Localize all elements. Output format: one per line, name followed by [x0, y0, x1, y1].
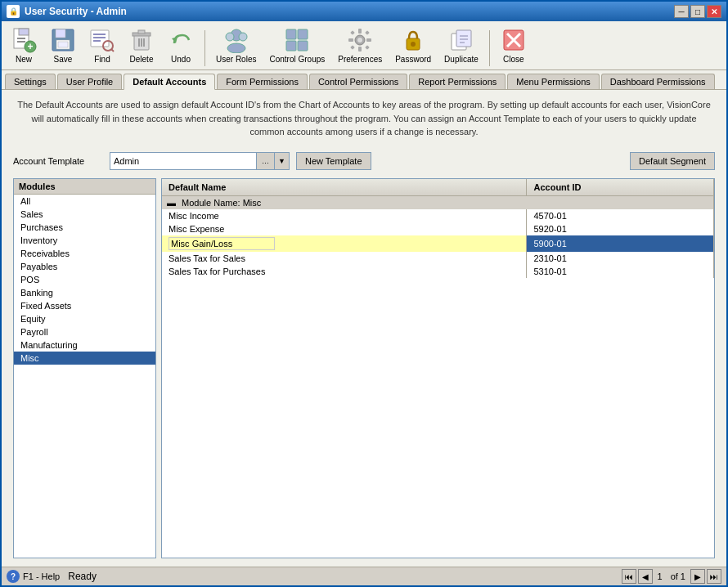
toolbar-sep-2 [489, 30, 490, 66]
svg-point-26 [239, 33, 247, 41]
password-button[interactable]: Password [391, 25, 435, 66]
preferences-icon [347, 27, 373, 53]
password-label: Password [395, 55, 431, 64]
svg-rect-29 [286, 41, 296, 51]
module-item-purchases[interactable]: Purchases [14, 221, 155, 234]
template-dropdown-button[interactable]: ▼ [275, 152, 290, 170]
svg-rect-38 [365, 30, 370, 35]
user-roles-button[interactable]: User Roles [212, 25, 260, 66]
control-groups-label: Control Groups [269, 55, 325, 64]
new-template-button[interactable]: New Template [296, 152, 371, 170]
row-misc-expense-name: Misc Expense [162, 222, 527, 235]
preferences-button[interactable]: Preferences [334, 25, 386, 66]
group-header-cell: ▬ Module Name: Misc [162, 195, 714, 209]
table-row[interactable]: Misc Expense 5920-01 [162, 222, 714, 235]
close-window-button[interactable]: ✕ [707, 5, 721, 18]
tab-user-profile[interactable]: User Profile [57, 74, 122, 89]
module-item-all[interactable]: All [14, 195, 155, 208]
tab-control-permissions[interactable]: Control Permissions [309, 74, 407, 89]
default-segment-button[interactable]: Default Segment [630, 152, 715, 170]
module-item-payroll[interactable]: Payroll [14, 325, 155, 338]
svg-rect-9 [58, 42, 68, 47]
find-icon [89, 27, 115, 53]
accounts-table-wrap[interactable]: Default Name Account ID ▬ Module Name: M… [161, 178, 715, 559]
module-item-pos[interactable]: POS [14, 273, 155, 286]
svg-point-24 [227, 43, 245, 53]
tabs-bar: Settings User Profile Default Accounts F… [2, 70, 726, 90]
close-button[interactable]: Close [497, 25, 531, 66]
template-row: Account Template … ▼ New Template Defaul… [13, 152, 715, 170]
find-button[interactable]: Find [85, 25, 119, 66]
delete-button[interactable]: Delete [124, 25, 159, 66]
undo-label: Undo [171, 55, 191, 64]
row-sales-tax-purchases-account: 5310-01 [527, 265, 714, 278]
group-header-row: ▬ Module Name: Misc [162, 195, 714, 209]
duplicate-icon [448, 27, 474, 53]
svg-rect-27 [286, 29, 296, 39]
module-item-misc[interactable]: Misc [14, 352, 155, 365]
module-item-manufacturing[interactable]: Manufacturing [14, 338, 155, 352]
tab-form-permissions[interactable]: Form Permissions [217, 74, 308, 89]
svg-point-42 [411, 42, 416, 47]
preferences-label: Preferences [338, 55, 382, 64]
row-sales-tax-sales-name: Sales Tax for Sales [162, 252, 527, 265]
modules-header: Modules [14, 179, 155, 195]
svg-rect-28 [298, 29, 308, 39]
duplicate-button[interactable]: Duplicate [440, 25, 483, 66]
nav-prev-button[interactable]: ◀ [638, 569, 653, 584]
table-row[interactable]: Misc Income 4570-01 [162, 209, 714, 222]
module-item-equity[interactable]: Equity [14, 312, 155, 325]
page-of: of 1 [667, 571, 689, 581]
table-row[interactable]: Sales Tax for Sales 2310-01 [162, 252, 714, 265]
tab-default-accounts[interactable]: Default Accounts [124, 74, 215, 90]
save-button[interactable]: Save [46, 25, 80, 66]
module-item-banking[interactable]: Banking [14, 286, 155, 299]
nav-next-button[interactable]: ▶ [690, 569, 705, 584]
delete-icon [128, 27, 155, 53]
svg-line-15 [111, 49, 114, 52]
nav-last-button[interactable]: ⏭ [707, 569, 721, 584]
new-icon: + [11, 27, 37, 53]
template-input[interactable] [110, 152, 257, 170]
table-row-selected[interactable]: 5900-01 [162, 235, 714, 252]
nav-first-button[interactable]: ⏮ [622, 569, 636, 584]
user-roles-icon [223, 27, 249, 53]
save-label: Save [54, 55, 73, 64]
maximize-button[interactable]: □ [690, 5, 705, 18]
svg-point-32 [357, 38, 362, 43]
svg-rect-7 [56, 29, 65, 38]
template-browse-button[interactable]: … [257, 152, 275, 170]
row-sales-tax-sales-account: 2310-01 [527, 252, 714, 265]
status-text: Ready [68, 571, 97, 582]
module-item-fixed-assets[interactable]: Fixed Assets [14, 299, 155, 312]
window-title: User Security - Admin [25, 6, 669, 17]
table-row[interactable]: Sales Tax for Purchases 5310-01 [162, 265, 714, 278]
row-misc-gain-loss-input[interactable] [169, 237, 275, 250]
modules-list[interactable]: Modules All Sales Purchases Inventory Re… [13, 178, 156, 559]
tab-settings[interactable]: Settings [5, 74, 56, 89]
delete-label: Delete [130, 55, 154, 64]
collapse-icon[interactable]: ▬ [167, 198, 176, 208]
svg-rect-39 [350, 45, 355, 50]
find-label: Find [94, 55, 110, 64]
save-icon [50, 27, 76, 53]
close-icon [501, 27, 527, 53]
control-groups-button[interactable]: Control Groups [265, 25, 329, 66]
tab-dashboard-permissions[interactable]: Dashboard Permissions [601, 74, 715, 89]
tab-report-permissions[interactable]: Report Permissions [409, 74, 506, 89]
module-item-receivables[interactable]: Receivables [14, 247, 155, 260]
main-content: The Default Accounts are used to assign … [2, 90, 726, 567]
window-controls: ─ □ ✕ [674, 5, 721, 18]
module-item-sales[interactable]: Sales [14, 208, 155, 221]
status-bar: ? F1 - Help Ready ⏮ ◀ 1 of 1 ▶ ⏭ [2, 567, 726, 585]
module-item-inventory[interactable]: Inventory [14, 234, 155, 247]
undo-button[interactable]: Undo [164, 25, 198, 66]
tab-menu-permissions[interactable]: Menu Permissions [507, 74, 599, 89]
module-item-payables[interactable]: Payables [14, 260, 155, 273]
svg-rect-40 [365, 45, 370, 50]
minimize-button[interactable]: ─ [674, 5, 689, 18]
row-misc-gain-loss-name-cell[interactable] [162, 235, 527, 252]
help-section: ? F1 - Help [7, 570, 60, 583]
new-button[interactable]: + New [7, 25, 41, 66]
svg-rect-30 [298, 41, 308, 51]
